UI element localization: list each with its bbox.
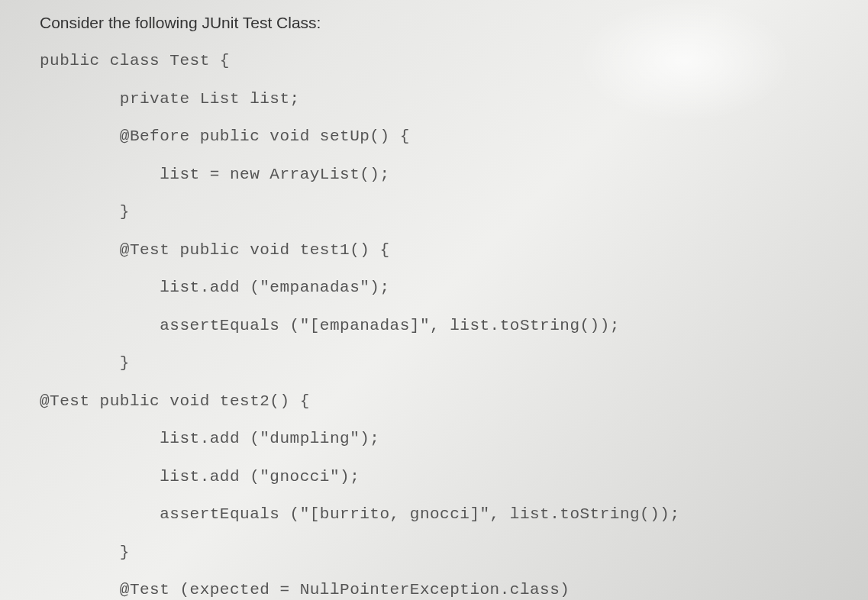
code-line: } — [40, 540, 828, 565]
code-line: list.add ("dumpling"); — [40, 427, 828, 451]
code-line: list = new ArrayList(); — [40, 163, 828, 187]
code-line: @Test public void test1() { — [40, 238, 828, 263]
code-line: public class Test { — [40, 49, 828, 73]
code-line: list.add ("empanadas"); — [40, 276, 828, 300]
code-line: list.add ("gnocci"); — [40, 465, 828, 489]
code-line: } — [40, 200, 828, 224]
code-line: @Before public void setUp() { — [40, 124, 828, 149]
code-line: } — [40, 351, 828, 376]
code-block: public class Test { private List list; @… — [40, 49, 828, 600]
question-prompt: Consider the following JUnit Test Class: — [40, 14, 828, 32]
code-line: @Test public void test2() { — [40, 389, 828, 414]
code-line: private List list; — [40, 87, 828, 111]
code-line: assertEquals ("[empanadas]", list.toStri… — [40, 314, 828, 338]
code-line: assertEquals ("[burrito, gnocci]", list.… — [40, 502, 828, 527]
code-line: @Test (expected = NullPointerException.c… — [40, 578, 828, 600]
